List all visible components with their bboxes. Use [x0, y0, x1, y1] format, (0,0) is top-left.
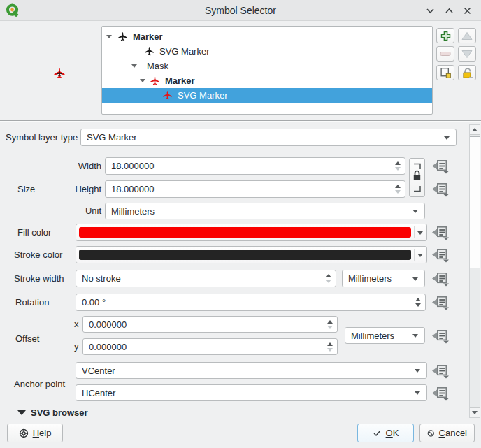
- remove-symbol-layer-button[interactable]: [436, 46, 454, 62]
- stroke-width-spinbox[interactable]: No stroke: [76, 270, 336, 287]
- tree-row-label: Marker: [133, 29, 163, 44]
- data-defined-icon: [431, 328, 450, 344]
- symbol-layer-tree[interactable]: Marker SVG Marker Mask Marker SVG Marker: [101, 26, 433, 115]
- tree-row[interactable]: SVG Marker: [102, 44, 432, 59]
- close-window-icon[interactable]: [462, 6, 473, 16]
- move-layer-up-button[interactable]: [458, 28, 476, 43]
- stroke-width-unit-value: Millimeters: [348, 270, 392, 287]
- shade-window-icon[interactable]: [425, 6, 436, 16]
- expander-icon[interactable]: [140, 79, 145, 82]
- scroll-down-button[interactable]: [470, 407, 480, 417]
- tree-row-label: SVG Marker: [178, 88, 228, 103]
- rotation-spinbox[interactable]: 0.00 °: [76, 294, 426, 311]
- cancel-button[interactable]: Cancel: [419, 424, 475, 442]
- chevron-down-icon: [415, 369, 420, 373]
- svg-browser-label: SVG browser: [31, 407, 88, 418]
- size-label: Size: [17, 180, 35, 198]
- window-title: Symbol Selector: [0, 0, 481, 21]
- help-button[interactable]: Help: [7, 424, 63, 442]
- tree-row-selected[interactable]: SVG Marker: [102, 88, 432, 103]
- size-unit-combo[interactable]: Millimeters: [105, 203, 425, 219]
- anchor-v-data-defined-override-button[interactable]: [431, 363, 450, 379]
- symbol-layer-type-combo[interactable]: SVG Marker: [80, 129, 457, 146]
- add-symbol-layer-button[interactable]: [436, 28, 454, 43]
- scrollbar-thumb[interactable]: [470, 136, 480, 268]
- stroke-width-data-defined-override-button[interactable]: [431, 270, 450, 287]
- lock-aspect-ratio-button[interactable]: [409, 158, 425, 197]
- height-label: Height: [59, 180, 101, 198]
- stroke-color-data-defined-override-button[interactable]: [431, 247, 450, 263]
- chevron-down-icon[interactable]: [417, 254, 423, 257]
- marker-symbol-icon: [117, 31, 128, 42]
- duplicate-layer-button[interactable]: [436, 65, 454, 80]
- scroll-up-button[interactable]: [470, 125, 480, 135]
- offset-unit-combo[interactable]: Millimeters: [345, 327, 425, 344]
- expander-icon[interactable]: [106, 35, 112, 38]
- width-data-defined-override-button[interactable]: [431, 158, 450, 174]
- tree-row[interactable]: Mask: [102, 59, 432, 73]
- height-value: 18.000000: [111, 181, 154, 197]
- tree-row[interactable]: Marker: [102, 73, 432, 88]
- spinner-arrows-icon[interactable]: [326, 339, 333, 354]
- marker-symbol-icon: [150, 75, 160, 86]
- data-defined-icon: [431, 271, 450, 287]
- chevron-down-icon: [412, 277, 418, 281]
- data-defined-icon: [431, 386, 450, 401]
- rotation-value: 0.00 °: [82, 294, 106, 310]
- chevron-down-icon: [412, 210, 418, 213]
- tree-row[interactable]: Marker: [102, 29, 432, 44]
- ok-button[interactable]: OK: [357, 424, 414, 442]
- stroke-color-swatch: [79, 250, 411, 260]
- fill-color-data-defined-override-button[interactable]: [431, 224, 450, 240]
- maximize-window-icon[interactable]: [444, 6, 454, 16]
- symbol-layer-type-label: Symbol layer type: [6, 129, 78, 146]
- spinner-arrows-icon[interactable]: [326, 317, 333, 332]
- stroke-color-button[interactable]: [76, 246, 427, 263]
- tree-row-label: Marker: [165, 73, 195, 88]
- offset-x-label: x: [74, 316, 79, 333]
- spinner-arrows-icon[interactable]: [394, 181, 401, 197]
- data-defined-icon: [431, 363, 450, 379]
- anchor-h-data-defined-override-button[interactable]: [431, 385, 450, 401]
- vertical-scrollbar[interactable]: [469, 124, 480, 418]
- data-defined-icon: [431, 295, 450, 310]
- stroke-width-unit-combo[interactable]: Millimeters: [342, 270, 425, 287]
- width-label: Width: [59, 157, 101, 175]
- symbol-layer-type-value: SVG Marker: [87, 129, 137, 145]
- offset-y-value: 0.000000: [89, 339, 127, 354]
- offset-x-spinbox[interactable]: 0.000000: [82, 316, 338, 333]
- stroke-width-value: No stroke: [82, 270, 121, 287]
- lock-layer-color-button[interactable]: [458, 65, 476, 80]
- move-down-icon: [461, 50, 473, 59]
- chevron-down-icon: [412, 334, 418, 338]
- symbol-preview: [7, 25, 98, 120]
- data-defined-icon: [431, 225, 450, 240]
- check-icon: [373, 428, 382, 438]
- offset-data-defined-override-button[interactable]: [431, 328, 450, 344]
- anchor-vertical-combo[interactable]: VCenter: [76, 362, 427, 379]
- chevron-down-icon[interactable]: [417, 231, 423, 235]
- height-data-defined-override-button[interactable]: [431, 181, 450, 197]
- rotation-data-defined-override-button[interactable]: [431, 294, 450, 310]
- fill-color-button[interactable]: [76, 224, 427, 241]
- width-spinbox[interactable]: 18.000000: [105, 157, 405, 175]
- height-spinbox[interactable]: 18.000000: [105, 180, 405, 198]
- anchor-horizontal-combo[interactable]: HCenter: [76, 384, 427, 401]
- stroke-color-label: Stroke color: [14, 246, 62, 263]
- spinner-arrows-icon[interactable]: [394, 158, 401, 174]
- lock-open-icon: [461, 67, 473, 79]
- expander-icon[interactable]: [131, 64, 137, 68]
- offset-y-spinbox[interactable]: 0.000000: [82, 338, 338, 355]
- cancel-slash-icon: [427, 428, 435, 438]
- lock-aspect-icon: [411, 161, 423, 194]
- help-button-label: Help: [33, 428, 52, 438]
- svg-browser-section-header[interactable]: SVG browser: [0, 407, 461, 418]
- titlebar[interactable]: Symbol Selector: [0, 0, 481, 21]
- offset-x-value: 0.000000: [89, 317, 127, 332]
- data-defined-icon: [431, 182, 450, 197]
- cancel-button-label: Cancel: [439, 428, 467, 438]
- fill-color-swatch: [79, 227, 411, 238]
- move-layer-down-button[interactable]: [458, 46, 476, 62]
- spinner-arrows-icon[interactable]: [325, 270, 332, 287]
- spinner-arrows-icon[interactable]: [415, 294, 422, 310]
